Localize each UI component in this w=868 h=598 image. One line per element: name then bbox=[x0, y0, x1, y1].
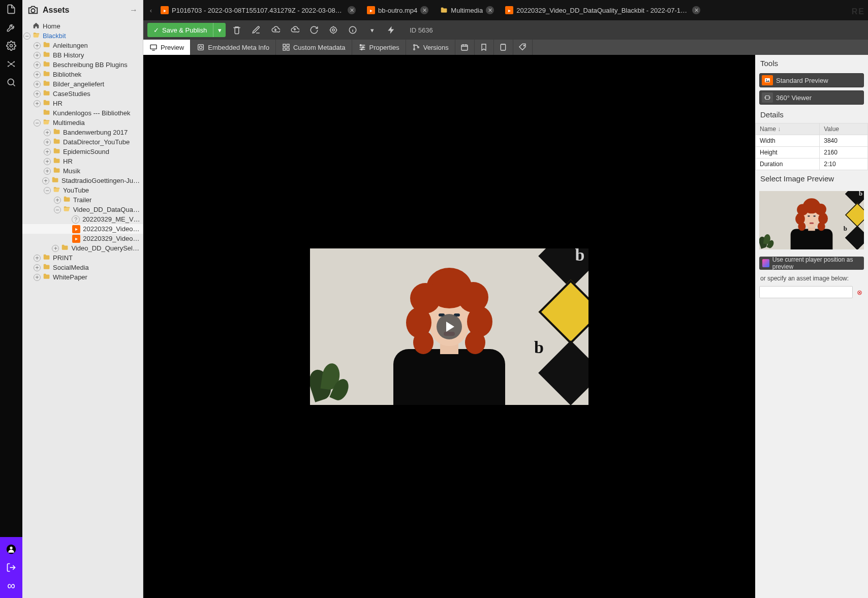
standard-preview-button[interactable]: Standard Preview bbox=[759, 73, 864, 87]
tab-bookmark-icon[interactable] bbox=[475, 40, 494, 55]
tab-embedded-meta[interactable]: Embedded Meta Info bbox=[191, 40, 276, 55]
document-tab[interactable]: Multimedia✕ bbox=[436, 3, 498, 18]
tree-row[interactable]: +Musik bbox=[22, 166, 143, 176]
rail-infinity-icon[interactable]: ∞ bbox=[0, 577, 22, 595]
expand-icon[interactable]: + bbox=[34, 71, 41, 78]
asset-image-input[interactable] bbox=[759, 286, 853, 298]
use-player-position-button[interactable]: Use current player position as preview bbox=[759, 257, 864, 270]
collapse-icon[interactable]: − bbox=[54, 206, 61, 213]
expand-icon[interactable]: + bbox=[34, 255, 41, 262]
expand-icon[interactable]: + bbox=[34, 274, 41, 281]
tree-row[interactable]: +Bibliothek bbox=[22, 70, 143, 79]
expand-icon[interactable]: + bbox=[54, 197, 61, 204]
close-tab-icon[interactable]: ✕ bbox=[692, 6, 700, 14]
expand-icon[interactable]: + bbox=[44, 129, 51, 136]
rail-logout-icon[interactable] bbox=[0, 558, 22, 577]
rail-gear-icon[interactable] bbox=[0, 37, 22, 55]
document-tab[interactable]: ▸20220329_Video_DD_DataQuality_Blackbit … bbox=[501, 3, 704, 18]
expand-icon[interactable]: + bbox=[34, 42, 41, 49]
tree-row[interactable]: +BB History bbox=[22, 50, 143, 60]
play-button[interactable] bbox=[437, 314, 462, 339]
collapse-icon[interactable]: − bbox=[44, 187, 51, 194]
tree-row[interactable]: +StadtradioGoettingen-Jubilae bbox=[22, 176, 143, 185]
info-button[interactable] bbox=[345, 23, 361, 37]
asset-id: ID 5636 bbox=[410, 26, 433, 34]
tree-row[interactable]: −Multimedia bbox=[22, 118, 143, 128]
tree-row[interactable]: +HR bbox=[22, 156, 143, 166]
collapse-icon[interactable]: − bbox=[23, 33, 30, 40]
expand-placeholder bbox=[62, 215, 71, 224]
preview-thumbnail[interactable]: bbb bbox=[759, 191, 864, 249]
rename-button[interactable] bbox=[248, 23, 264, 37]
tree-row[interactable]: +Beschreibung BB Plugins bbox=[22, 60, 143, 70]
tree-row[interactable]: Home bbox=[22, 21, 143, 31]
download-button[interactable] bbox=[267, 23, 284, 37]
rail-wrench-icon[interactable] bbox=[0, 18, 22, 37]
tree-row[interactable]: +HR bbox=[22, 99, 143, 108]
tree-row[interactable]: +Trailer bbox=[22, 195, 143, 205]
expand-icon[interactable]: + bbox=[34, 52, 41, 59]
rail-file-icon[interactable] bbox=[0, 0, 22, 18]
tree-row[interactable]: −Blackbit bbox=[22, 31, 143, 41]
expand-icon[interactable]: + bbox=[52, 245, 59, 252]
expand-icon[interactable]: + bbox=[42, 177, 49, 184]
tree-row[interactable]: −YouTube bbox=[22, 185, 143, 195]
tab-properties[interactable]: Properties bbox=[352, 40, 406, 55]
tree-row[interactable]: +Bandenwerbung 2017 bbox=[22, 128, 143, 137]
tree-row[interactable]: +Bilder_angeliefert bbox=[22, 79, 143, 89]
expand-icon[interactable]: + bbox=[44, 148, 51, 155]
expand-icon[interactable]: + bbox=[34, 81, 41, 88]
upload-button[interactable] bbox=[287, 23, 303, 37]
document-tab[interactable]: ▸P1016703 - 2022-03-08T155107.431279Z - … bbox=[157, 3, 360, 18]
expand-icon[interactable]: + bbox=[44, 168, 51, 175]
expand-icon[interactable]: + bbox=[34, 61, 41, 69]
delete-button[interactable] bbox=[229, 23, 245, 37]
tree-row[interactable]: −Video_DD_DataQuality bbox=[22, 205, 143, 214]
tree-label: Home bbox=[43, 22, 60, 30]
expand-icon[interactable]: + bbox=[34, 100, 41, 107]
save-dropdown[interactable]: ▾ bbox=[213, 23, 226, 37]
close-tab-icon[interactable]: ✕ bbox=[348, 6, 356, 14]
save-publish-button[interactable]: ✓Save & Publish ▾ bbox=[147, 23, 226, 37]
more-dropdown[interactable]: ▾ bbox=[364, 23, 380, 37]
tree-row[interactable]: +EpidemicSound bbox=[22, 147, 143, 156]
rail-user-icon[interactable] bbox=[0, 540, 22, 558]
tree-row[interactable]: +CaseStudies bbox=[22, 89, 143, 99]
assets-header: Assets → bbox=[22, 0, 143, 20]
asset-tree[interactable]: Home−Blackbit+Anleitungen+BB History+Bes… bbox=[22, 20, 143, 598]
tabs-scroll-left[interactable]: ‹ bbox=[145, 7, 157, 14]
close-tab-icon[interactable]: ✕ bbox=[420, 6, 428, 14]
expand-icon[interactable]: + bbox=[44, 139, 51, 146]
locate-button[interactable] bbox=[325, 23, 342, 37]
tab-tag-icon[interactable] bbox=[513, 40, 533, 55]
tree-row[interactable]: +Video_DD_QuerySelecto bbox=[22, 243, 143, 253]
tree-label: 20220329_Video_D bbox=[83, 235, 141, 242]
close-tab-icon[interactable]: ✕ bbox=[486, 6, 494, 14]
bolt-button[interactable] bbox=[383, 23, 399, 37]
tree-row[interactable]: +WhitePaper bbox=[22, 272, 143, 282]
expand-icon[interactable]: + bbox=[34, 264, 41, 271]
expand-icon[interactable]: + bbox=[34, 90, 41, 98]
tab-versions[interactable]: Versions bbox=[406, 40, 455, 55]
reload-button[interactable] bbox=[306, 23, 322, 37]
collapse-icon[interactable]: − bbox=[34, 119, 41, 127]
tree-row[interactable]: +SocialMedia bbox=[22, 263, 143, 272]
360-viewer-button[interactable]: 360° Viewer bbox=[759, 90, 864, 105]
tab-custom-meta[interactable]: Custom Metadata bbox=[276, 40, 352, 55]
expand-icon[interactable]: + bbox=[44, 158, 51, 165]
tab-preview[interactable]: Preview bbox=[143, 40, 191, 55]
tree-row[interactable]: +PRINT bbox=[22, 253, 143, 263]
tree-row[interactable]: +Anleitungen bbox=[22, 41, 143, 50]
tab-notes-icon[interactable] bbox=[494, 40, 513, 55]
collapse-arrow-icon[interactable]: → bbox=[130, 6, 138, 15]
tree-row[interactable]: ▸20220329_Video_D bbox=[22, 234, 143, 243]
tree-row[interactable]: ?20220329_ME_Vide bbox=[22, 214, 143, 224]
tree-row[interactable]: ▸20220329_Video_D bbox=[22, 224, 143, 234]
tree-row[interactable]: Kundenlogos --- Bibliothek bbox=[22, 108, 143, 118]
tab-schedule-icon[interactable] bbox=[455, 40, 475, 55]
rail-search-icon[interactable] bbox=[0, 73, 22, 91]
clear-asset-icon[interactable]: ⊗ bbox=[855, 288, 864, 297]
tree-row[interactable]: +DataDirector_YouTube bbox=[22, 137, 143, 147]
document-tab[interactable]: ▸bb-outro.mp4✕ bbox=[363, 3, 432, 18]
rail-graph-icon[interactable] bbox=[0, 55, 22, 73]
